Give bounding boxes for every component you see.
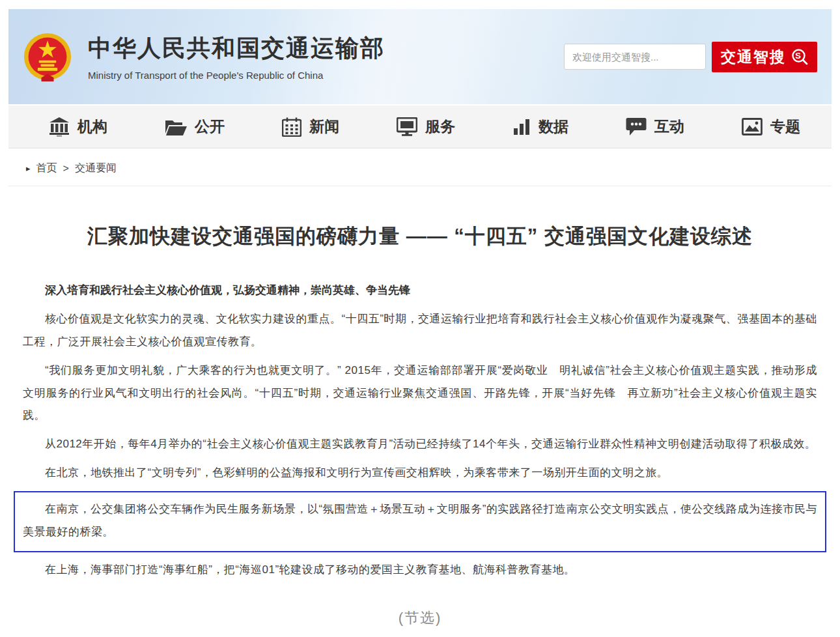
site-subtitle: Ministry of Transport of the People's Re… — [88, 70, 385, 81]
nav-label: 互动 — [654, 117, 684, 137]
bar-chart-icon — [512, 118, 531, 136]
nav-label: 专题 — [770, 117, 800, 137]
nav-item-fuwu[interactable]: 服务 — [397, 117, 455, 137]
search-button-label: 交通智搜 — [721, 47, 786, 67]
article-paragraph-4: 在北京，地铁推出了“文明专列”，色彩鲜明的公益海报和文明行为宣传画交相辉映，为乘… — [23, 462, 817, 485]
article-paragraph-2: “我们服务更加文明礼貌，广大乘客的行为也就更文明了。” 2015年，交通运输部部… — [23, 360, 817, 428]
search-area: 交通智搜 S — [564, 42, 832, 72]
china-national-emblem-icon — [23, 32, 72, 81]
nav-label: 服务 — [425, 117, 455, 137]
bank-building-icon — [49, 117, 70, 137]
main-nav: 机构 公开 新闻 — [8, 106, 832, 149]
article-paragraph-3: 从2012年开始，每年4月举办的“社会主义核心价值观主题实践教育月”活动已经持续… — [23, 433, 817, 456]
nav-label: 公开 — [195, 117, 225, 137]
page: 中华人民共和国交通运输部 Ministry of Transport of th… — [0, 9, 840, 637]
banner-titles: 中华人民共和国交通运输部 Ministry of Transport of th… — [88, 33, 385, 81]
s-magnifier-search-icon: S — [791, 48, 808, 65]
nav-item-hudong[interactable]: 互动 — [626, 117, 684, 137]
svg-text:S: S — [795, 51, 802, 61]
nav-item-jigou[interactable]: 机构 — [49, 117, 107, 137]
search-input[interactable] — [564, 44, 706, 70]
monitor-icon — [397, 117, 417, 136]
nav-item-shuju[interactable]: 数据 — [512, 117, 568, 137]
site-title: 中华人民共和国交通运输部 — [88, 33, 385, 64]
calendar-icon — [282, 117, 301, 137]
highlighted-paragraph-box: 在南京，公交集团将公交车辆作为民生服务新场景，以“氛围营造＋场景互动＋文明服务”… — [14, 491, 826, 552]
breadcrumb-separator: > — [63, 163, 69, 175]
nav-label: 数据 — [539, 117, 568, 137]
breadcrumb-current-link[interactable]: 交通要闻 — [75, 162, 117, 175]
nav-item-zhuanti[interactable]: 专题 — [742, 117, 800, 137]
nav-label: 机构 — [77, 117, 107, 137]
breadcrumb-arrow-icon: ▸ — [26, 163, 31, 173]
chat-bubble-icon — [626, 117, 647, 137]
smart-search-button[interactable]: 交通智搜 S — [712, 42, 817, 72]
article-paragraph-1: 核心价值观是文化软实力的灵魂、文化软实力建设的重点。“十四五”时期，交通运输行业… — [23, 308, 817, 354]
article-paragraph-6: 在上海，海事部门打造“海事红船”，把“海巡01”轮建设成了移动的爱国主义教育基地… — [23, 559, 817, 582]
nav-label: 新闻 — [309, 117, 339, 137]
nav-item-xinwen[interactable]: 新闻 — [282, 117, 339, 137]
article-title: 汇聚加快建设交通强国的磅礴力量 —— “十四五” 交通强国文化建设综述 — [18, 223, 822, 250]
article-lead-paragraph: 深入培育和践行社会主义核心价值观，弘扬交通精神，崇尚英雄、争当先锋 — [23, 279, 817, 302]
picture-icon — [742, 118, 763, 135]
article: 汇聚加快建设交通强国的磅礴力量 —— “十四五” 交通强国文化建设综述 深入培育… — [0, 223, 840, 628]
nav-item-gongkai[interactable]: 公开 — [165, 117, 225, 137]
article-paragraph-5-highlighted: 在南京，公交集团将公交车辆作为民生服务新场景，以“氛围营造＋场景互动＋文明服务”… — [23, 498, 817, 544]
site-banner: 中华人民共和国交通运输部 Ministry of Transport of th… — [8, 9, 832, 104]
article-footnote: (节选) — [18, 608, 822, 628]
folder-icon — [165, 118, 187, 136]
breadcrumb-home-link[interactable]: 首页 — [36, 162, 57, 175]
breadcrumb: ▸ 首页 > 交通要闻 — [8, 149, 832, 186]
